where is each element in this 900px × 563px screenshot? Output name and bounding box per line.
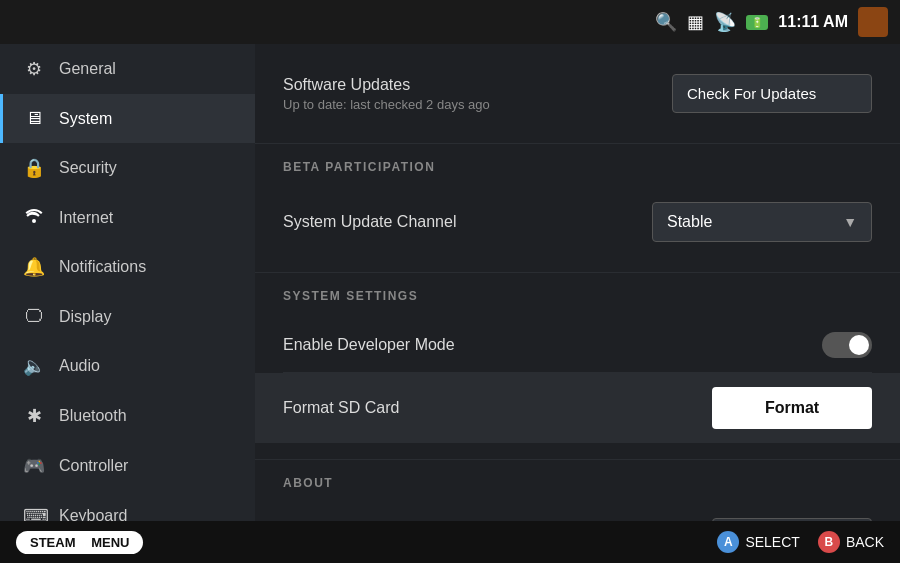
sidebar-label-display: Display	[59, 308, 111, 326]
sidebar-item-controller[interactable]: 🎮 Controller	[0, 441, 255, 491]
about-header: ABOUT	[283, 476, 872, 490]
lock-icon: 🔒	[23, 157, 45, 179]
sidebar-item-keyboard[interactable]: ⌨ Keyboard	[0, 491, 255, 521]
battery-icon: 🔋	[746, 15, 768, 30]
gear-icon: ⚙	[23, 58, 45, 80]
sidebar-label-bluetooth: Bluetooth	[59, 407, 127, 425]
beta-section-header: BETA PARTICIPATION	[283, 160, 872, 174]
update-channel-dropdown[interactable]: Stable ▼	[652, 202, 872, 242]
sidebar-label-general: General	[59, 60, 116, 78]
developer-mode-row: Enable Developer Mode	[283, 317, 872, 373]
top-bar: 🔍 ▦ 📡 🔋 11:11 AM	[0, 0, 900, 44]
check-updates-button[interactable]: Check For Updates	[672, 74, 872, 113]
software-updates-status: Up to date: last checked 2 days ago	[283, 97, 490, 112]
format-button[interactable]: Format	[712, 387, 872, 429]
content-panel: Software Updates Up to date: last checke…	[255, 44, 900, 521]
bottom-bar: STEAM MENU A SELECT B BACK	[0, 521, 900, 563]
display-icon: 🖵	[23, 306, 45, 327]
sidebar-item-general[interactable]: ⚙ General	[0, 44, 255, 94]
sidebar-item-system[interactable]: 🖥 System	[0, 94, 255, 143]
a-badge: A	[717, 531, 739, 553]
wifi-icon	[23, 207, 45, 228]
back-label: BACK	[846, 534, 884, 550]
keyboard-icon: ⌨	[23, 505, 45, 521]
main-layout: ⚙ General 🖥 System 🔒 Security Internet 🔔…	[0, 44, 900, 521]
controller-icon: ▦	[687, 11, 704, 33]
format-sd-label: Format SD Card	[283, 399, 399, 417]
monitor-icon: 🖥	[23, 108, 45, 129]
sidebar-label-controller: Controller	[59, 457, 128, 475]
update-channel-row: System Update Channel Stable ▼	[283, 188, 872, 256]
search-icon[interactable]: 🔍	[655, 11, 677, 33]
bluetooth-icon: ✱	[23, 405, 45, 427]
audio-icon: 🔈	[23, 355, 45, 377]
software-updates-row: Software Updates Up to date: last checke…	[283, 60, 872, 127]
sidebar-label-security: Security	[59, 159, 117, 177]
format-sd-row: Format SD Card Format	[255, 373, 900, 443]
toggle-knob	[849, 335, 869, 355]
top-bar-icons: 🔍 ▦ 📡 🔋 11:11 AM	[655, 7, 888, 37]
bell-icon: 🔔	[23, 256, 45, 278]
beta-participation-section: BETA PARTICIPATION System Update Channel…	[255, 144, 900, 273]
sidebar: ⚙ General 🖥 System 🔒 Security Internet 🔔…	[0, 44, 255, 521]
a-badge-label: A	[724, 535, 733, 549]
system-settings-header: SYSTEM SETTINGS	[283, 289, 872, 303]
cast-icon: 📡	[714, 11, 736, 33]
update-channel-value: Stable	[667, 213, 712, 231]
b-badge: B	[818, 531, 840, 553]
sidebar-label-system: System	[59, 110, 112, 128]
menu-label: MENU	[91, 535, 129, 550]
chevron-down-icon: ▼	[843, 214, 857, 230]
bottom-controls: A SELECT B BACK	[717, 531, 884, 553]
sidebar-label-notifications: Notifications	[59, 258, 146, 276]
system-settings-section: SYSTEM SETTINGS Enable Developer Mode Fo…	[255, 273, 900, 460]
sidebar-item-display[interactable]: 🖵 Display	[0, 292, 255, 341]
steam-button[interactable]: STEAM MENU	[16, 531, 143, 554]
sidebar-label-internet: Internet	[59, 209, 113, 227]
sidebar-item-notifications[interactable]: 🔔 Notifications	[0, 242, 255, 292]
b-badge-label: B	[825, 535, 834, 549]
gamepad-icon: 🎮	[23, 455, 45, 477]
back-control: B BACK	[818, 531, 884, 553]
hostname-row: Hostname steamdeck	[283, 504, 872, 521]
software-updates-title: Software Updates	[283, 76, 490, 94]
sidebar-label-keyboard: Keyboard	[59, 507, 128, 521]
sidebar-label-audio: Audio	[59, 357, 100, 375]
developer-mode-toggle[interactable]	[822, 332, 872, 358]
software-updates-section: Software Updates Up to date: last checke…	[255, 44, 900, 144]
clock: 11:11 AM	[778, 13, 848, 31]
software-updates-info: Software Updates Up to date: last checke…	[283, 76, 490, 112]
sidebar-item-audio[interactable]: 🔈 Audio	[0, 341, 255, 391]
about-section: ABOUT Hostname steamdeck	[255, 460, 900, 521]
steam-label: STEAM	[30, 535, 76, 550]
update-channel-label: System Update Channel	[283, 213, 456, 231]
sidebar-item-security[interactable]: 🔒 Security	[0, 143, 255, 193]
select-label: SELECT	[745, 534, 799, 550]
sidebar-item-bluetooth[interactable]: ✱ Bluetooth	[0, 391, 255, 441]
select-control: A SELECT	[717, 531, 799, 553]
developer-mode-label: Enable Developer Mode	[283, 336, 455, 354]
avatar[interactable]	[858, 7, 888, 37]
sidebar-item-internet[interactable]: Internet	[0, 193, 255, 242]
